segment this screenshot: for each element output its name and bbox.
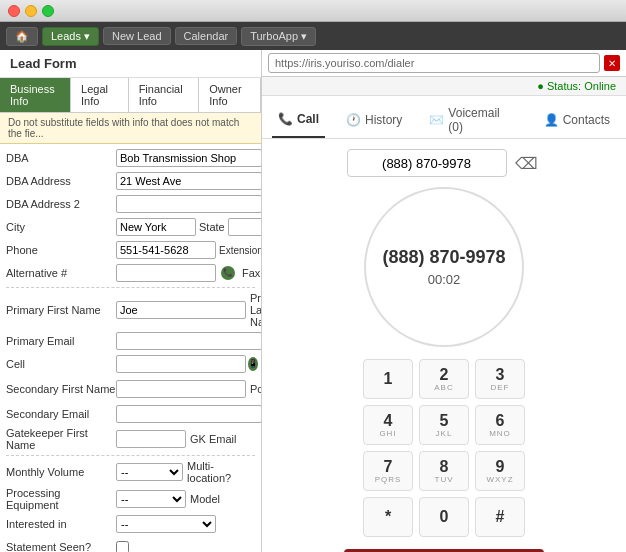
secondary-name-row: Secondary First Name Position -- <box>6 377 255 401</box>
tab-voicemail-label: Voicemail (0) <box>448 106 516 134</box>
backspace-button[interactable]: ⌫ <box>511 150 542 177</box>
leads-chevron-icon: ▾ <box>84 30 90 43</box>
url-input[interactable] <box>268 53 600 73</box>
tab-contacts[interactable]: 👤 Contacts <box>538 102 616 138</box>
key-6[interactable]: 6 MNO <box>475 405 525 445</box>
close-button[interactable] <box>8 5 20 17</box>
tab-history-label: History <box>365 113 402 127</box>
dba-address2-label: DBA Address 2 <box>6 198 116 210</box>
calendar-button[interactable]: Calendar <box>175 27 238 45</box>
gatekeeper-label: Gatekeeper First Name <box>6 427 116 451</box>
interested-in-select[interactable]: -- <box>116 515 216 533</box>
phone-display-circle: (888) 870-9978 00:02 <box>364 187 524 347</box>
dba-label: DBA <box>6 152 116 164</box>
phone-row: Phone Extension <box>6 240 255 260</box>
key-7[interactable]: 7 PQRS <box>363 451 413 491</box>
dba-address-input[interactable] <box>116 172 261 190</box>
alt-inputs: 📞 Fax <box>116 264 260 282</box>
dialer-body: ⌫ (888) 870-9978 00:02 1 2 ABC 3 D <box>262 139 626 552</box>
traffic-lights <box>8 5 54 17</box>
primary-first-name-label: Primary First Name <box>6 304 116 316</box>
phone-label: Phone <box>6 244 116 256</box>
statement-seen-row: Statement Seen? <box>6 537 255 552</box>
primary-email-row: Primary Email <box>6 331 255 351</box>
key-hash[interactable]: # <box>475 497 525 537</box>
phone-input[interactable] <box>116 241 216 259</box>
primary-email-input[interactable] <box>116 332 261 350</box>
secondary-email-input[interactable] <box>116 405 261 423</box>
url-close-button[interactable]: ✕ <box>604 55 620 71</box>
state-label: State <box>199 221 225 233</box>
state-input[interactable] <box>228 218 261 236</box>
alternative-row: Alternative # 📞 Fax <box>6 263 255 283</box>
interested-in-label: Interested in <box>6 518 116 530</box>
position-label: Position <box>250 383 261 395</box>
city-state-inputs: State <box>116 218 261 236</box>
tab-financial-info[interactable]: Financial Info <box>129 78 200 112</box>
dialer-status-bar: ● Status: Online <box>262 77 626 96</box>
tab-legal-info[interactable]: Legal Info <box>71 78 129 112</box>
monthly-volume-select[interactable]: -- <box>116 463 183 481</box>
dba-address-row: DBA Address <box>6 171 255 191</box>
primary-first-name-input[interactable] <box>116 301 246 319</box>
dialer-panel: ✕ ● Status: Online 📞 Call 🕐 History ✉️ V… <box>262 50 626 552</box>
cell-input[interactable] <box>116 355 246 373</box>
processing-equipment-select[interactable]: -- <box>116 490 186 508</box>
panel-title: Lead Form <box>0 50 261 78</box>
leads-label: Leads <box>51 30 81 42</box>
dba-input[interactable] <box>116 149 261 167</box>
monthly-volume-row: Monthly Volume -- Multi-location? <box>6 460 255 484</box>
key-4[interactable]: 4 GHI <box>363 405 413 445</box>
title-bar <box>0 0 626 22</box>
tab-call[interactable]: 📞 Call <box>272 102 325 138</box>
tab-history[interactable]: 🕐 History <box>340 102 408 138</box>
form-body: DBA DBA Address DBA Address 2 City State <box>0 144 261 552</box>
key-star[interactable]: * <box>363 497 413 537</box>
turboapp-button[interactable]: TurboApp ▾ <box>241 27 316 46</box>
cell-row: Cell 📱 <box>6 354 255 374</box>
dba-address-label: DBA Address <box>6 175 116 187</box>
key-0[interactable]: 0 <box>419 497 469 537</box>
cell-label: Cell <box>6 358 116 370</box>
minimize-button[interactable] <box>25 5 37 17</box>
secondary-first-name-label: Secondary First Name <box>6 383 116 395</box>
tab-business-info[interactable]: Business Info <box>0 78 71 112</box>
primary-email-label: Primary Email <box>6 335 116 347</box>
call-timer: 00:02 <box>428 272 461 287</box>
statement-seen-checkbox[interactable] <box>116 541 129 553</box>
turboapp-label: TurboApp <box>250 30 298 42</box>
dialer-tabs: 📞 Call 🕐 History ✉️ Voicemail (0) 👤 Cont… <box>262 96 626 139</box>
leads-button[interactable]: Leads ▾ <box>42 27 99 46</box>
lead-form-panel: Lead Form Business Info Legal Info Finan… <box>0 50 262 552</box>
secondary-email-label: Secondary Email <box>6 408 116 420</box>
dialer-phone-input[interactable] <box>347 149 507 177</box>
key-2[interactable]: 2 ABC <box>419 359 469 399</box>
new-lead-label: New Lead <box>112 30 162 42</box>
phone-number-display: (888) 870-9978 <box>382 247 505 268</box>
history-icon: 🕐 <box>346 113 361 127</box>
maximize-button[interactable] <box>42 5 54 17</box>
gk-email-label: GK Email <box>190 433 236 445</box>
key-8[interactable]: 8 TUV <box>419 451 469 491</box>
key-5[interactable]: 5 JKL <box>419 405 469 445</box>
key-3[interactable]: 3 DEF <box>475 359 525 399</box>
tab-voicemail[interactable]: ✉️ Voicemail (0) <box>423 102 522 138</box>
tab-owner-info[interactable]: Owner Info <box>199 78 261 112</box>
dba-address2-input[interactable] <box>116 195 261 213</box>
gatekeeper-input[interactable] <box>116 430 186 448</box>
city-input[interactable] <box>116 218 196 236</box>
key-1[interactable]: 1 <box>363 359 413 399</box>
phone-icon: 📞 <box>221 266 235 280</box>
key-9[interactable]: 9 WXYZ <box>475 451 525 491</box>
tab-contacts-label: Contacts <box>563 113 610 127</box>
home-button[interactable]: 🏠 <box>6 27 38 46</box>
multi-location-label: Multi-location? <box>187 460 255 484</box>
extension-label: Extension <box>219 245 261 256</box>
secondary-first-name-input[interactable] <box>116 380 246 398</box>
alternative-input[interactable] <box>116 264 216 282</box>
fax-label: Fax <box>242 267 260 279</box>
alternative-label: Alternative # <box>6 267 116 279</box>
interested-in-row: Interested in -- <box>6 514 255 534</box>
new-lead-button[interactable]: New Lead <box>103 27 171 45</box>
city-state-row: City State <box>6 217 255 237</box>
